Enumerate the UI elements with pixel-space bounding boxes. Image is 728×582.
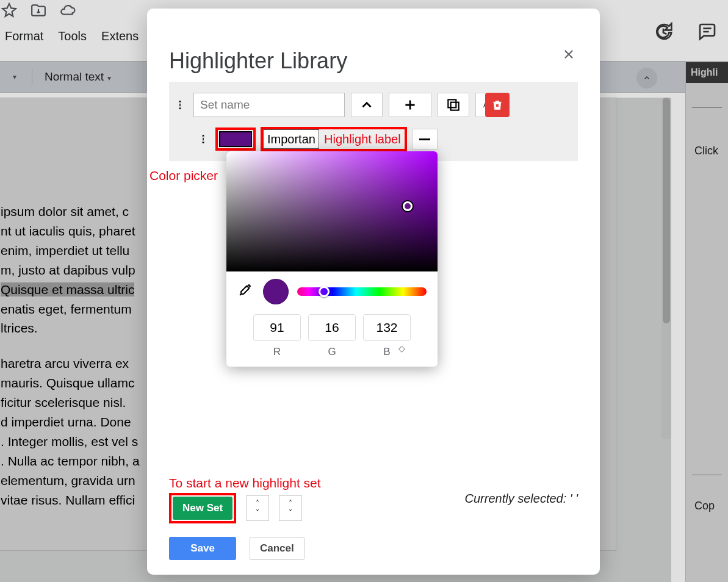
delete-set-button[interactable]	[485, 93, 510, 117]
reorder-collapse-button[interactable]: ˄˅	[246, 495, 269, 521]
chevron-up-icon: ˄	[289, 499, 292, 508]
minus-icon	[419, 138, 430, 140]
eyedropper-button[interactable]	[237, 283, 254, 300]
saturation-value-area[interactable]	[226, 151, 438, 271]
color-picker-popover: R G B ◇	[226, 151, 438, 367]
plus-icon	[402, 97, 418, 113]
color-r-input[interactable]	[253, 314, 301, 341]
save-button[interactable]: Save	[169, 537, 236, 560]
close-button[interactable]	[560, 45, 578, 63]
dialog-title: Highlighter Library	[169, 48, 347, 74]
highlighter-color-swatch[interactable]	[219, 131, 252, 147]
chevron-down-icon: ˅	[256, 509, 259, 517]
chevron-up-icon: ˄	[256, 499, 259, 508]
set-drag-handle[interactable]	[173, 96, 187, 113]
cancel-button[interactable]: Cancel	[250, 537, 305, 560]
color-g-input[interactable]	[308, 314, 356, 341]
annotation-highlight-label: Highlight label	[324, 132, 401, 146]
currently-selected-text: Currently selected: ' '	[465, 492, 578, 506]
current-color-swatch	[263, 279, 289, 304]
highlighter-label-input[interactable]	[263, 129, 319, 149]
add-highlighter-button[interactable]	[389, 93, 431, 117]
sv-thumb[interactable]	[403, 201, 413, 211]
annotation-frame-label: Highlight label	[261, 127, 407, 151]
new-set-button[interactable]: New Set	[173, 497, 232, 520]
remove-highlighter-button[interactable]	[412, 129, 438, 149]
close-icon	[562, 48, 575, 61]
reorder-expand-button[interactable]: ˄˅	[279, 495, 302, 521]
drag-vertical-icon	[175, 98, 186, 112]
set-name-input[interactable]	[193, 93, 345, 117]
svg-rect-1	[448, 99, 456, 107]
collapse-set-button[interactable]	[351, 93, 383, 117]
annotation-color-picker: Color picker	[150, 168, 218, 183]
eyedropper-icon	[237, 283, 252, 298]
duplicate-set-button[interactable]	[438, 93, 469, 117]
annotation-frame-new-set: New Set	[169, 493, 236, 523]
annotation-new-set: To start a new highlight set	[169, 476, 321, 490]
color-b-input[interactable]	[363, 314, 411, 341]
trash-icon	[491, 98, 504, 112]
chevron-down-icon: ˅	[289, 509, 292, 517]
label-r: R	[253, 346, 301, 358]
highlighter-set-panel: AZ Highlight label	[169, 82, 578, 161]
hue-thumb[interactable]	[319, 286, 330, 297]
hue-slider[interactable]	[297, 287, 427, 296]
highlighter-library-dialog: Highlighter Library AZ Highl	[147, 9, 600, 575]
copy-icon	[445, 97, 461, 113]
svg-rect-0	[451, 102, 459, 110]
color-format-toggle[interactable]: ◇	[378, 343, 425, 353]
annotation-frame-swatch	[215, 128, 256, 151]
highlighter-drag-handle[interactable]	[196, 131, 211, 148]
chevron-up-icon	[359, 97, 375, 113]
label-g: G	[308, 346, 356, 358]
drag-vertical-icon	[198, 132, 209, 146]
